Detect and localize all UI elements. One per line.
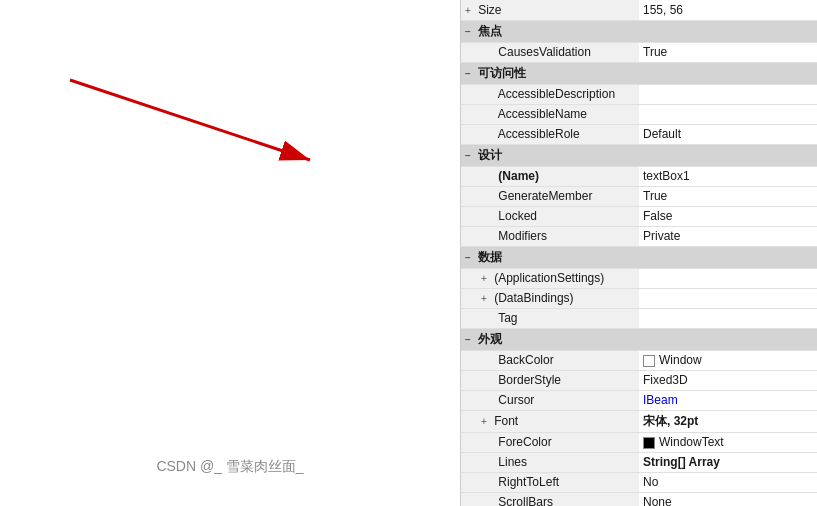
prop-value-cell (639, 288, 817, 308)
generate-member[interactable]: GenerateMember True (461, 186, 817, 206)
prop-value-cell: Fixed3D (639, 370, 817, 390)
prop-value-cell: Window (639, 350, 817, 370)
prop-value-cell: Private (639, 226, 817, 246)
section-label: 数据 (478, 250, 502, 264)
prop-value-cell: True (639, 42, 817, 62)
expand-icon: + (481, 273, 487, 284)
section-header-cell: − 焦点 (461, 20, 817, 42)
expand-icon: − (465, 150, 471, 161)
fore-color[interactable]: ForeColor WindowText (461, 432, 817, 452)
expand-icon: + (481, 293, 487, 304)
color-swatch-black (643, 437, 655, 449)
section-header-cell: − 可访问性 (461, 62, 817, 84)
section-header-cell: − 外观 (461, 328, 817, 350)
section-label: 可访问性 (478, 66, 526, 80)
accessible-name[interactable]: AccessibleName (461, 104, 817, 124)
focus-header[interactable]: − 焦点 (461, 20, 817, 42)
prop-value-cell: 宋体, 32pt (639, 410, 817, 432)
section-header-cell: − 设计 (461, 144, 817, 166)
main-container: CSDN @_ 雪菜肉丝面_ + Size 155, 56 − 焦点 Cause… (0, 0, 817, 506)
prop-name-cell: ForeColor (461, 432, 639, 452)
prop-name-cell: + (DataBindings) (461, 288, 639, 308)
prop-name-cell: Locked (461, 206, 639, 226)
prop-name-cell: + (ApplicationSettings) (461, 268, 639, 288)
prop-name-cell: BorderStyle (461, 370, 639, 390)
expand-icon: − (465, 26, 471, 37)
right-to-left[interactable]: RightToLeft No (461, 472, 817, 492)
prop-name-cell: GenerateMember (461, 186, 639, 206)
prop-name-cell: ScrollBars (461, 492, 639, 506)
prop-name-cell: AccessibleDescription (461, 84, 639, 104)
prop-name-cell: + Size (461, 0, 639, 20)
prop-value-cell: 155, 56 (639, 0, 817, 20)
color-swatch-white (643, 355, 655, 367)
data-header[interactable]: − 数据 (461, 246, 817, 268)
modifiers[interactable]: Modifiers Private (461, 226, 817, 246)
svg-line-1 (70, 80, 310, 160)
locked[interactable]: Locked False (461, 206, 817, 226)
accessible-role[interactable]: AccessibleRole Default (461, 124, 817, 144)
section-label: 焦点 (478, 24, 502, 38)
section-header-cell: − 数据 (461, 246, 817, 268)
properties-panel[interactable]: + Size 155, 56 − 焦点 CausesValidation Tru… (460, 0, 817, 506)
prop-name-cell: Tag (461, 308, 639, 328)
prop-name-cell: (Name) (461, 166, 639, 186)
prop-value-cell: String[] Array (639, 452, 817, 472)
name-row[interactable]: (Name) textBox1 (461, 166, 817, 186)
data-bindings[interactable]: + (DataBindings) (461, 288, 817, 308)
appearance-header[interactable]: − 外观 (461, 328, 817, 350)
accessibility-header[interactable]: − 可访问性 (461, 62, 817, 84)
design-header[interactable]: − 设计 (461, 144, 817, 166)
expand-icon: + (465, 5, 471, 16)
prop-name-cell: Cursor (461, 390, 639, 410)
properties-table: + Size 155, 56 − 焦点 CausesValidation Tru… (461, 0, 817, 506)
prop-value-cell (639, 268, 817, 288)
prop-value-cell (639, 308, 817, 328)
prop-value-cell: textBox1 (639, 166, 817, 186)
prop-value-cell: Default (639, 124, 817, 144)
expand-icon: − (465, 252, 471, 263)
arrow-annotation (50, 60, 350, 180)
scroll-bars[interactable]: ScrollBars None (461, 492, 817, 506)
prop-value-cell: IBeam (639, 390, 817, 410)
prop-name-cell: + Font (461, 410, 639, 432)
prop-value-cell (639, 104, 817, 124)
font[interactable]: + Font 宋体, 32pt (461, 410, 817, 432)
back-color[interactable]: BackColor Window (461, 350, 817, 370)
watermark: CSDN @_ 雪菜肉丝面_ (156, 458, 303, 476)
prop-name-cell: Modifiers (461, 226, 639, 246)
prop-value-cell: WindowText (639, 432, 817, 452)
prop-name-cell: AccessibleRole (461, 124, 639, 144)
size-row[interactable]: + Size 155, 56 (461, 0, 817, 20)
section-label: 设计 (478, 148, 502, 162)
prop-name-cell: Lines (461, 452, 639, 472)
prop-value-cell (639, 84, 817, 104)
left-panel: CSDN @_ 雪菜肉丝面_ (0, 0, 460, 506)
prop-value-cell: False (639, 206, 817, 226)
prop-name-cell: BackColor (461, 350, 639, 370)
lines[interactable]: Lines String[] Array (461, 452, 817, 472)
prop-value-cell: None (639, 492, 817, 506)
expand-icon: − (465, 68, 471, 79)
expand-icon: − (465, 334, 471, 345)
accessible-description[interactable]: AccessibleDescription (461, 84, 817, 104)
prop-name-cell: CausesValidation (461, 42, 639, 62)
tag[interactable]: Tag (461, 308, 817, 328)
application-settings[interactable]: + (ApplicationSettings) (461, 268, 817, 288)
prop-name-cell: RightToLeft (461, 472, 639, 492)
prop-value-cell: No (639, 472, 817, 492)
prop-value-cell: True (639, 186, 817, 206)
cursor[interactable]: Cursor IBeam (461, 390, 817, 410)
causes-validation[interactable]: CausesValidation True (461, 42, 817, 62)
prop-name-cell: AccessibleName (461, 104, 639, 124)
section-label: 外观 (478, 332, 502, 346)
expand-icon: + (481, 416, 487, 427)
border-style[interactable]: BorderStyle Fixed3D (461, 370, 817, 390)
